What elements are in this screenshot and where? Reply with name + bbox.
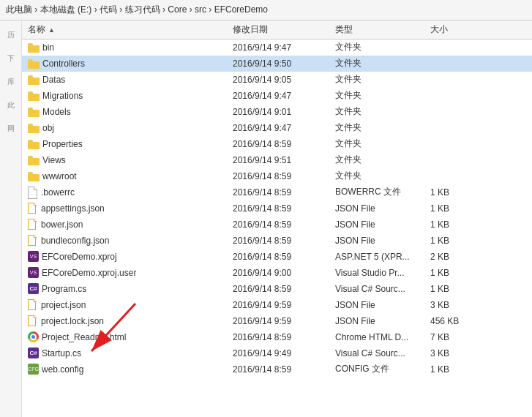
file-date-cell: 2016/9/14 9:47	[227, 89, 329, 102]
file-name-cell: Migrations	[22, 89, 227, 102]
file-name-text: bin	[42, 42, 54, 53]
file-type-cell: 文件夹	[329, 136, 424, 151]
file-type-cell: 文件夹	[329, 72, 424, 87]
folder-icon	[28, 59, 40, 69]
col-header-date[interactable]: 修改日期	[227, 22, 329, 37]
file-size-cell: 1 KB	[424, 363, 483, 376]
config-file-icon: CFG	[28, 364, 39, 375]
file-name-text: bundleconfig.json	[41, 236, 109, 246]
file-name-cell: appsettings.json	[22, 201, 227, 216]
file-date-cell: 2016/9/14 9:59	[227, 315, 329, 328]
file-size-cell	[424, 159, 483, 162]
sidebar-label: 下	[7, 53, 15, 64]
table-row[interactable]: bundleconfig.json2016/9/14 8:59JSON File…	[22, 233, 532, 249]
json-file-icon	[28, 219, 38, 230]
file-name-cell: bin	[22, 41, 227, 54]
col-header-name[interactable]: 名称 ▲	[22, 22, 227, 37]
main-content: 历下库此网 名称 ▲ 修改日期 类型 大小 bin20	[0, 20, 532, 417]
table-row[interactable]: Views2016/9/14 9:51文件夹	[22, 152, 532, 168]
file-date-cell: 2016/9/14 8:59	[227, 186, 329, 199]
table-row[interactable]: C#Program.cs2016/9/14 8:59Visual C# Sour…	[22, 281, 532, 297]
file-type-cell: JSON File	[329, 202, 424, 215]
file-type-cell: JSON File	[329, 218, 424, 231]
file-type-cell: 文件夹	[329, 120, 424, 135]
file-size-cell: 2 KB	[424, 250, 483, 263]
table-row[interactable]: wwwroot2016/9/14 8:59文件夹	[22, 168, 532, 184]
json-file-icon	[28, 235, 38, 247]
table-row[interactable]: Models2016/9/14 9:01文件夹	[22, 104, 532, 120]
sidebar-label: 网	[7, 124, 15, 134]
json-file-icon	[28, 299, 38, 311]
file-size-cell	[424, 94, 483, 97]
file-name-text: Program.cs	[42, 284, 86, 294]
file-explorer-window: 此电脑 › 本地磁盘 (E:) › 代码 › 练习代码 › Core › src…	[0, 0, 532, 417]
folder-icon	[28, 155, 40, 165]
table-row[interactable]: obj2016/9/14 9:47文件夹	[22, 120, 532, 136]
file-type-cell: 文件夹	[329, 88, 424, 103]
table-row[interactable]: Migrations2016/9/14 9:47文件夹	[22, 88, 532, 104]
file-size-cell: 456 KB	[424, 315, 483, 328]
left-sidebar: 历下库此网	[0, 20, 22, 417]
address-bar[interactable]: 此电脑 › 本地磁盘 (E:) › 代码 › 练习代码 › Core › src…	[0, 0, 532, 20]
file-name-text: Controllers	[42, 59, 85, 69]
file-size-cell	[424, 110, 483, 113]
table-row[interactable]: project.lock.json2016/9/14 9:59JSON File…	[22, 313, 532, 329]
file-name-cell: obj	[22, 121, 227, 135]
file-name-cell: CFGweb.config	[22, 362, 227, 376]
file-name-cell: Properties	[22, 138, 227, 151]
table-row[interactable]: appsettings.json2016/9/14 8:59JSON File1…	[22, 200, 532, 217]
table-row[interactable]: Properties2016/9/14 8:59文件夹	[22, 136, 532, 152]
table-row[interactable]: Project_Readme.html2016/9/14 8:59Chrome …	[22, 329, 532, 345]
file-type-cell: 文件夹	[329, 104, 424, 119]
table-row[interactable]: project.json2016/9/14 9:59JSON File3 KB	[22, 297, 532, 313]
folder-icon	[28, 42, 40, 53]
table-row[interactable]: CFGweb.config2016/9/14 8:59CONFIG 文件1 KB	[22, 361, 532, 377]
file-name-text: EFCoreDemo.xproj.user	[42, 268, 136, 278]
cs-file-icon: C#	[28, 348, 39, 358]
file-size-cell	[424, 175, 483, 178]
file-name-cell: bundleconfig.json	[22, 233, 227, 248]
file-name-text: obj	[42, 123, 54, 133]
json-file-icon	[28, 203, 38, 214]
file-name-text: Project_Readme.html	[42, 332, 126, 342]
file-name-text: web.config	[42, 364, 83, 375]
file-type-cell: Visual C# Sourc...	[329, 282, 424, 296]
file-name-cell: Models	[22, 105, 227, 119]
file-date-cell: 2016/9/14 9:47	[227, 41, 329, 54]
file-type-cell: Chrome HTML D...	[329, 331, 424, 344]
file-name-text: project.lock.json	[41, 316, 104, 326]
table-row[interactable]: Datas2016/9/14 9:05文件夹	[22, 72, 532, 88]
sort-arrow-icon: ▲	[48, 26, 55, 34]
col-header-type[interactable]: 类型	[329, 22, 424, 37]
file-date-cell: 2016/9/14 8:59	[227, 170, 329, 183]
folder-icon	[28, 75, 40, 85]
file-type-cell: BOWERRC 文件	[329, 184, 424, 200]
file-date-cell: 2016/9/14 9:01	[227, 105, 329, 119]
file-date-cell: 2016/9/14 9:59	[227, 298, 329, 312]
file-date-cell: 2016/9/14 8:59	[227, 234, 329, 247]
sidebar-label: 此	[7, 100, 15, 110]
table-row[interactable]: Controllers2016/9/14 9:50文件夹	[22, 56, 532, 72]
table-row[interactable]: bower.json2016/9/14 8:59JSON File1 KB	[22, 217, 532, 233]
file-name-cell: Project_Readme.html	[22, 330, 227, 344]
folder-icon	[28, 107, 40, 117]
table-row[interactable]: bin2016/9/14 9:47文件夹	[22, 40, 532, 56]
file-size-cell: 7 KB	[424, 331, 483, 344]
file-size-cell: 1 KB	[424, 282, 483, 296]
file-name-text: EFCoreDemo.xproj	[42, 252, 117, 262]
file-date-cell: 2016/9/14 9:50	[227, 57, 329, 70]
file-name-text: Datas	[42, 75, 65, 85]
file-type-cell: JSON File	[329, 298, 424, 312]
table-row[interactable]: VSEFCoreDemo.xproj.user2016/9/14 9:00Vis…	[22, 265, 532, 281]
file-type-cell: JSON File	[329, 234, 424, 247]
file-name-cell: Views	[22, 154, 227, 167]
col-header-size[interactable]: 大小	[424, 22, 483, 37]
table-row[interactable]: VSEFCoreDemo.xproj2016/9/14 8:59ASP.NET …	[22, 249, 532, 265]
table-row[interactable]: .bowerrc2016/9/14 8:59BOWERRC 文件1 KB	[22, 184, 532, 200]
file-date-cell: 2016/9/14 9:49	[227, 347, 329, 360]
file-list[interactable]: bin2016/9/14 9:47文件夹Controllers2016/9/14…	[22, 40, 532, 417]
file-type-cell: ASP.NET 5 (XPR...	[329, 250, 424, 263]
file-date-cell: 2016/9/14 9:05	[227, 73, 329, 86]
file-name-text: Views	[42, 155, 66, 165]
table-row[interactable]: C#Startup.cs2016/9/14 9:49Visual C# Sour…	[22, 345, 532, 361]
